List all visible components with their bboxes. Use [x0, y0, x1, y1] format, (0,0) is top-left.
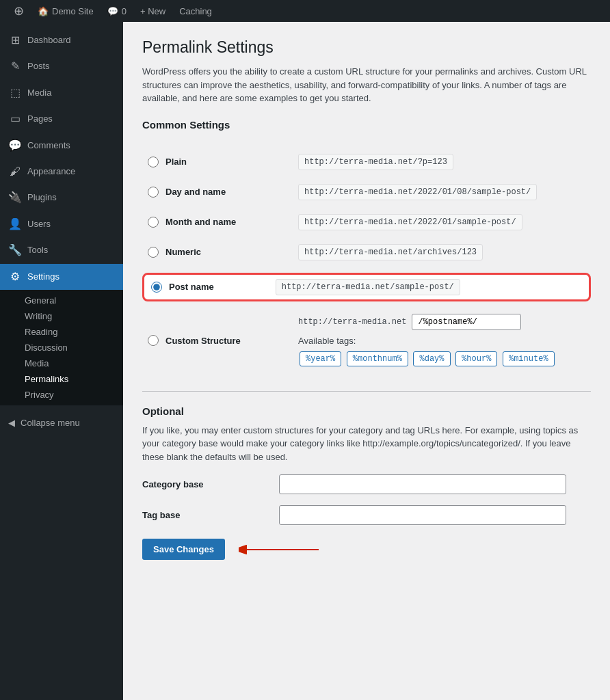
sidebar-item-label: Tools: [27, 244, 48, 256]
caching-label: Caching: [179, 6, 212, 16]
table-row: Plain http://terra-media.net/?p=123: [142, 147, 591, 177]
sidebar-item-label: Posts: [27, 60, 50, 72]
custom-structure-input[interactable]: [412, 314, 521, 330]
plain-label: Plain: [165, 157, 187, 167]
post-name-url-example: http://terra-media.net/sample-post/: [276, 279, 460, 295]
sidebar-item-label: Comments: [27, 139, 70, 152]
save-area: Save Changes: [142, 539, 591, 560]
available-tags-section: Available tags: %year% %monthnum% %day% …: [298, 336, 585, 368]
sidebar-item-label: Media: [27, 87, 51, 99]
sidebar-item-settings[interactable]: ⚙ Settings: [0, 264, 123, 290]
tag-base-input[interactable]: [279, 505, 566, 525]
page-title: Permalink Settings: [142, 38, 591, 57]
wp-logo-item[interactable]: ⊕: [8, 0, 29, 22]
sidebar-item-label: Users: [27, 218, 51, 230]
collapse-menu-item[interactable]: ◀ Collapse menu: [0, 411, 123, 435]
new-content-item[interactable]: + New: [135, 0, 171, 22]
tag-minute[interactable]: %minute%: [503, 351, 555, 366]
table-row: Post name http://terra-media.net/sample-…: [142, 267, 591, 307]
plugins-icon: 🔌: [8, 190, 22, 205]
sidebar-item-tools[interactable]: 🔧 Tools: [0, 237, 123, 263]
tag-day[interactable]: %day%: [413, 351, 450, 366]
sidebar-item-label: Appearance: [27, 165, 75, 178]
numeric-radio[interactable]: [148, 247, 159, 258]
plain-radio[interactable]: [148, 157, 159, 167]
category-base-row: Category base: [142, 474, 591, 494]
sidebar-item-users[interactable]: 👤 Users: [0, 211, 123, 237]
sidebar-item-plugins[interactable]: 🔌 Plugins: [0, 185, 123, 211]
sidebar-item-appearance[interactable]: 🖌 Appearance: [0, 159, 123, 185]
users-icon: 👤: [8, 217, 22, 232]
submenu-reading[interactable]: Reading: [0, 324, 123, 340]
wp-logo-icon: ⊕: [14, 3, 24, 18]
common-settings-title: Common Settings: [142, 119, 591, 136]
available-tags-label: Available tags:: [298, 336, 585, 346]
plain-radio-row: Plain: [148, 157, 287, 167]
custom-label: Custom Structure: [165, 336, 241, 346]
site-home-icon: 🏠: [38, 6, 49, 16]
sidebar-item-label: Settings: [27, 271, 59, 283]
post-name-radio[interactable]: [151, 282, 162, 293]
month-name-url-example: http://terra-media.net/2022/01/sample-po…: [298, 214, 522, 230]
pages-icon: ▭: [8, 111, 22, 126]
arrow-indicator: [239, 539, 321, 560]
site-name-item[interactable]: 🏠 Demo Site: [32, 0, 99, 22]
submenu-permalinks[interactable]: Permalinks: [0, 371, 123, 387]
day-name-label: Day and name: [165, 187, 226, 197]
table-row: Day and name http://terra-media.net/2022…: [142, 177, 591, 207]
optional-section: Optional If you like, you may enter cust…: [142, 405, 591, 561]
plain-url-example: http://terra-media.net/?p=123: [298, 154, 453, 170]
tag-monthnum[interactable]: %monthnum%: [347, 351, 408, 366]
section-divider: [142, 391, 591, 392]
month-and-name-radio-row: Month and name: [148, 217, 287, 228]
sidebar-item-media[interactable]: ⬚ Media: [0, 80, 123, 106]
month-name-radio[interactable]: [148, 217, 159, 228]
main-content: Permalink Settings WordPress offers you …: [123, 22, 610, 700]
optional-title: Optional: [142, 405, 591, 417]
post-name-selected-row: Post name http://terra-media.net/sample-…: [142, 273, 591, 301]
collapse-icon: ◀: [8, 418, 15, 428]
sidebar-item-label: Pages: [27, 113, 53, 125]
settings-submenu: General Writing Reading Discussion Media…: [0, 290, 123, 405]
layout: ⊞ Dashboard ✎ Posts ⬚ Media ▭ Pages 💬 Co…: [0, 22, 610, 700]
sidebar: ⊞ Dashboard ✎ Posts ⬚ Media ▭ Pages 💬 Co…: [0, 22, 123, 700]
posts-icon: ✎: [8, 59, 22, 74]
appearance-icon: 🖌: [8, 164, 22, 179]
comments-icon: 💬: [107, 6, 118, 16]
submenu-privacy[interactable]: Privacy: [0, 387, 123, 403]
numeric-label: Numeric: [165, 247, 201, 257]
submenu-discussion[interactable]: Discussion: [0, 340, 123, 355]
settings-icon: ⚙: [8, 269, 22, 284]
admin-bar: ⊕ 🏠 Demo Site 💬 0 + New Caching: [0, 0, 610, 22]
permalink-options-table: Plain http://terra-media.net/?p=123 Day …: [142, 147, 591, 375]
save-changes-button[interactable]: Save Changes: [142, 539, 225, 560]
custom-url-row: http://terra-media.net: [298, 314, 585, 330]
custom-radio-row: Custom Structure: [148, 335, 287, 346]
submenu-media[interactable]: Media: [0, 355, 123, 371]
sidebar-item-posts[interactable]: ✎ Posts: [0, 53, 123, 79]
comments-item[interactable]: 💬 0: [102, 0, 132, 22]
custom-radio[interactable]: [148, 335, 159, 346]
new-content-label: + New: [140, 6, 165, 16]
tag-hour[interactable]: %hour%: [455, 351, 497, 366]
dashboard-icon: ⊞: [8, 33, 22, 48]
day-name-radio[interactable]: [148, 187, 159, 198]
tags-list: %year% %monthnum% %day% %hour% %minute%: [298, 350, 585, 368]
tag-year[interactable]: %year%: [300, 351, 341, 366]
category-base-input[interactable]: [279, 474, 566, 494]
category-base-label: Category base: [142, 479, 279, 489]
month-name-label: Month and name: [165, 217, 236, 227]
caching-item[interactable]: Caching: [174, 0, 217, 22]
numeric-radio-row: Numeric: [148, 247, 287, 258]
submenu-writing[interactable]: Writing: [0, 308, 123, 324]
sidebar-item-pages[interactable]: ▭ Pages: [0, 106, 123, 132]
sidebar-item-label: Dashboard: [27, 34, 71, 46]
comments-label: 0: [122, 6, 127, 16]
tag-base-row: Tag base: [142, 505, 591, 525]
media-icon: ⬚: [8, 85, 22, 100]
sidebar-item-dashboard[interactable]: ⊞ Dashboard: [0, 27, 123, 53]
collapse-label: Collapse menu: [21, 418, 80, 428]
submenu-general[interactable]: General: [0, 293, 123, 308]
sidebar-item-comments[interactable]: 💬 Comments: [0, 133, 123, 159]
day-and-name-radio-row: Day and name: [148, 187, 287, 198]
